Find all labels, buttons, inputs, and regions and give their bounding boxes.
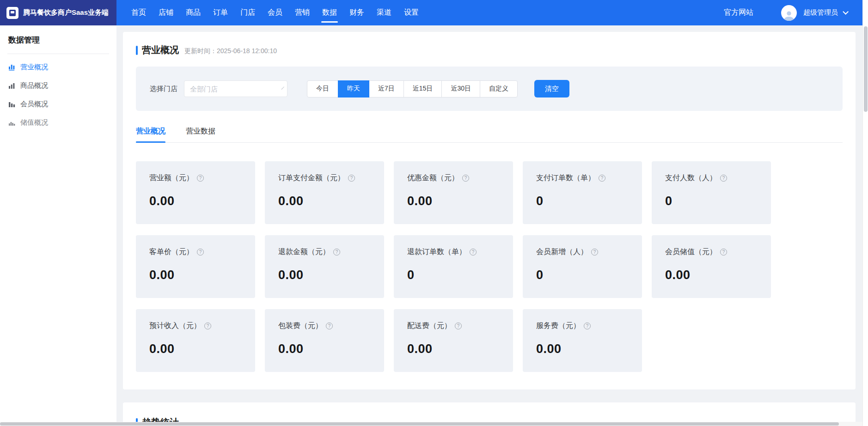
sidebar-item-goods-overview[interactable]: 商品概况	[7, 76, 109, 95]
stat-card-member-stored-value: 会员储值（元）? 0.00	[652, 235, 771, 298]
help-icon[interactable]: ?	[455, 323, 462, 329]
stat-value: 0	[536, 268, 642, 282]
divider	[7, 54, 109, 54]
stat-value: 0.00	[665, 268, 771, 282]
sidebar: 数据管理 营业概况 商品概况 会员概况 储值概况	[0, 25, 116, 426]
username[interactable]: 超级管理员	[803, 8, 838, 17]
stat-label: 退款金额（元）	[278, 247, 330, 257]
stat-card-delivery-fee: 配送费（元）? 0.00	[394, 309, 513, 372]
nav-item-home[interactable]: 首页	[131, 0, 146, 25]
sidebar-item-member-overview[interactable]: 会员概况	[7, 95, 109, 113]
stat-value: 0	[536, 194, 642, 208]
nav-item-orders[interactable]: 订单	[213, 0, 228, 25]
help-icon[interactable]: ?	[720, 249, 727, 256]
stat-label: 会员新增（人）	[536, 247, 588, 257]
stat-card-revenue: 营业额（元）? 0.00	[136, 161, 255, 224]
help-icon[interactable]: ?	[326, 323, 333, 329]
section-accent-bar	[136, 46, 138, 55]
stat-value: 0	[407, 268, 513, 282]
business-overview-card: 营业概况 更新时间：2025-06-18 12:00:10 选择门店 今日 昨天…	[123, 32, 856, 389]
date-btn-last15[interactable]: 近15日	[403, 80, 442, 97]
date-range-group: 今日 昨天 近7日 近15日 近30日 自定义	[307, 80, 518, 97]
help-icon[interactable]: ?	[462, 175, 469, 182]
nav-item-finance[interactable]: 财务	[349, 0, 364, 25]
date-btn-last30[interactable]: 近30日	[441, 80, 480, 97]
avatar[interactable]	[781, 5, 797, 21]
vertical-scrollbar[interactable]	[862, 0, 868, 426]
stat-label: 配送费（元）	[407, 321, 452, 331]
nav-item-shop[interactable]: 店铺	[159, 0, 173, 25]
store-select-input[interactable]	[190, 85, 282, 93]
stat-value: 0.00	[278, 268, 384, 282]
top-navbar: 腾马餐饮多商户Saas业务端 首页 店铺 商品 订单 门店 会员 营销 数据 财…	[0, 0, 862, 25]
stat-card-refund-amount: 退款金额（元）? 0.00	[265, 235, 384, 298]
stat-card-avg-order-value: 客单价（元）? 0.00	[136, 235, 255, 298]
nav-item-members[interactable]: 会员	[268, 0, 282, 25]
help-icon[interactable]: ?	[348, 175, 355, 182]
nav-item-settings[interactable]: 设置	[404, 0, 419, 25]
sidebar-item-label: 营业概况	[20, 63, 48, 72]
app-title: 腾马餐饮多商户Saas业务端	[23, 8, 109, 17]
section-title: 营业概况	[142, 44, 179, 56]
help-icon[interactable]: ?	[333, 249, 340, 256]
updated-value: 2025-06-18 12:00:10	[217, 47, 277, 55]
stat-card-new-members: 会员新增（人）? 0	[523, 235, 642, 298]
stat-label: 预计收入（元）	[149, 321, 201, 331]
help-icon[interactable]: ?	[470, 249, 477, 256]
chevron-down-icon[interactable]	[843, 9, 849, 15]
logo-icon	[6, 7, 18, 19]
stat-label: 包装费（元）	[278, 321, 323, 331]
help-icon[interactable]: ?	[197, 175, 204, 182]
main-content: 营业概况 更新时间：2025-06-18 12:00:10 选择门店 今日 昨天…	[123, 32, 856, 426]
stat-label: 退款订单数（单）	[407, 247, 466, 257]
nav-item-marketing[interactable]: 营销	[295, 0, 310, 25]
main-nav: 首页 店铺 商品 订单 门店 会员 营销 数据 财务 渠道 设置	[116, 0, 419, 25]
stat-value: 0	[665, 194, 771, 208]
stat-card-discount-amount: 优惠金额（元）? 0.00	[394, 161, 513, 224]
stat-value: 0.00	[536, 342, 642, 356]
stat-label: 会员储值（元）	[665, 247, 717, 257]
date-btn-last7[interactable]: 近7日	[369, 80, 404, 97]
vertical-scrollbar-thumb[interactable]	[864, 26, 868, 112]
store-select-label: 选择门店	[150, 85, 177, 93]
stat-label: 服务费（元）	[536, 321, 581, 331]
stat-value: 0.00	[149, 268, 255, 282]
nav-item-data[interactable]: 数据	[322, 0, 337, 25]
tab-business-overview[interactable]: 营业概况	[136, 127, 165, 142]
store-select[interactable]	[184, 80, 287, 97]
help-icon[interactable]: ?	[591, 249, 598, 256]
logo: 腾马餐饮多商户Saas业务端	[0, 0, 116, 25]
tab-business-data[interactable]: 营业数据	[186, 127, 215, 142]
horizontal-scrollbar[interactable]	[0, 422, 862, 426]
help-icon[interactable]: ?	[204, 323, 211, 329]
nav-item-goods[interactable]: 商品	[186, 0, 201, 25]
stat-label: 客单价（元）	[149, 247, 194, 257]
updated-time: 更新时间：2025-06-18 12:00:10	[184, 45, 277, 55]
user-icon	[783, 10, 795, 21]
official-site-link[interactable]: 官方网站	[724, 8, 753, 18]
nav-item-stores[interactable]: 门店	[240, 0, 255, 25]
sidebar-title: 数据管理	[7, 35, 109, 45]
stat-label: 支付订单数（单）	[536, 173, 595, 183]
stat-value: 0.00	[278, 194, 384, 208]
stats-grid: 营业额（元）? 0.00 订单支付金额（元）? 0.00 优惠金额（元）? 0.…	[136, 161, 843, 372]
overview-tabs: 营业概况 营业数据	[136, 127, 843, 143]
sidebar-item-stored-value-overview[interactable]: 储值概况	[7, 113, 109, 132]
navbar-right: 官方网站 超级管理员	[724, 0, 862, 25]
horizontal-scrollbar-thumb[interactable]	[0, 422, 839, 426]
help-icon[interactable]: ?	[720, 175, 727, 182]
stat-card-order-paid-amount: 订单支付金额（元）? 0.00	[265, 161, 384, 224]
sidebar-item-label: 会员概况	[20, 100, 48, 109]
sidebar-item-label: 储值概况	[20, 118, 48, 127]
help-icon[interactable]: ?	[584, 323, 591, 329]
date-btn-today[interactable]: 今日	[307, 80, 338, 97]
bar-chart-icon	[8, 64, 15, 71]
stat-label: 营业额（元）	[149, 173, 194, 183]
date-btn-custom[interactable]: 自定义	[480, 80, 518, 97]
sidebar-item-business-overview[interactable]: 营业概况	[7, 58, 109, 76]
help-icon[interactable]: ?	[197, 249, 204, 256]
help-icon[interactable]: ?	[599, 175, 605, 182]
nav-item-channels[interactable]: 渠道	[377, 0, 391, 25]
clear-button[interactable]: 清空	[534, 80, 569, 97]
date-btn-yesterday[interactable]: 昨天	[338, 80, 369, 97]
